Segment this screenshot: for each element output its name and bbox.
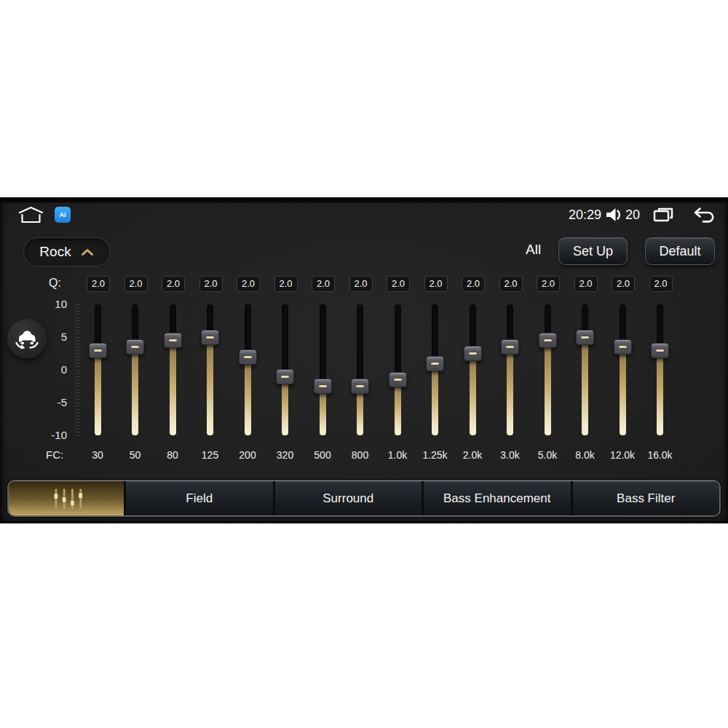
eq-slider-handle[interactable] (239, 349, 257, 365)
eq-slider-handle-mark (131, 346, 139, 348)
fc-frequency-label: 800 (341, 449, 380, 461)
gain-scale-tick (75, 416, 80, 416)
eq-band-slider (320, 304, 326, 435)
eq-slider-handle[interactable] (501, 339, 519, 355)
eq-band-slider (545, 304, 551, 435)
fc-frequency-label: 12.0k (603, 449, 642, 461)
eq-slider-handle[interactable] (576, 330, 594, 345)
eq-slider-handle[interactable] (614, 339, 632, 355)
status-bar: Ai 20:29 20 (17, 205, 715, 224)
home-button[interactable] (17, 206, 44, 223)
gain-scale-tick (75, 435, 80, 436)
bottom-tab-bar: FieldSurroundBass EnhancementBass Filter (7, 480, 721, 517)
gain-scale-tick (75, 333, 80, 334)
eq-slider-fill (470, 354, 476, 436)
eq-slider-handle[interactable] (201, 330, 219, 345)
q-value-chip[interactable]: 2.0 (612, 276, 635, 292)
gain-scale-tick (75, 392, 80, 393)
volume-level: 20 (625, 207, 640, 223)
car-surround-button[interactable] (7, 319, 47, 358)
q-value-chip[interactable]: 2.0 (537, 276, 560, 292)
eq-slider-handle[interactable] (164, 333, 182, 348)
fc-frequency-label: 3.0k (491, 449, 530, 461)
gain-scale-label: 10 (36, 298, 67, 311)
equalizer-sliders-icon (49, 488, 84, 510)
q-value-chip[interactable]: 2.0 (499, 276, 523, 292)
eq-slider-handle-mark (469, 352, 477, 355)
eq-band-slider (357, 304, 363, 435)
gain-scale-tick (75, 307, 80, 308)
eq-slider-handle-mark (656, 349, 664, 352)
gain-scale-tick (75, 412, 80, 413)
home-icon (17, 206, 44, 223)
eq-slider-fill (282, 376, 288, 435)
eq-band-slider (245, 304, 251, 435)
all-button[interactable]: All (526, 242, 541, 258)
eq-slider-handle[interactable] (276, 369, 294, 384)
q-value-chip[interactable]: 2.0 (87, 276, 110, 292)
recent-apps-icon (653, 207, 673, 223)
car-surround-icon (12, 325, 41, 352)
eq-slider-handle[interactable] (426, 356, 444, 371)
q-value-chip[interactable]: 2.0 (387, 276, 410, 292)
gain-scale-tick (75, 422, 80, 423)
gain-scale-tick (75, 403, 80, 403)
gain-scale-tick (75, 344, 80, 344)
tab-equalizer[interactable] (9, 481, 124, 515)
q-value-chip[interactable]: 2.0 (649, 276, 673, 292)
default-button[interactable]: Default (645, 237, 715, 265)
q-value-chip[interactable]: 2.0 (462, 276, 485, 292)
q-value-chip[interactable]: 2.0 (199, 276, 223, 292)
gain-scale-tick (75, 386, 80, 387)
fc-frequency-label: 2.0k (453, 449, 492, 461)
gain-scale-tick (75, 314, 80, 314)
eq-slider-handle-mark (281, 376, 289, 378)
volume-button[interactable] (605, 207, 622, 223)
eq-band-slider (170, 304, 176, 435)
fc-frequency-label: 125 (191, 449, 230, 461)
tab-bass-filter[interactable]: Bass Filter (573, 481, 720, 515)
q-value-chip[interactable]: 2.0 (162, 276, 185, 292)
back-button[interactable] (693, 206, 715, 223)
gain-scale-tick (75, 331, 80, 331)
gain-scale-tick (75, 389, 80, 390)
eq-slider-handle[interactable] (314, 379, 332, 394)
eq-slider-handle-mark (319, 385, 327, 387)
eq-slider-handle-mark (356, 385, 364, 387)
eq-slider-handle[interactable] (126, 339, 144, 355)
eq-slider-handle-mark (619, 346, 627, 348)
q-value-chip[interactable]: 2.0 (424, 276, 448, 292)
gain-scale-tick (75, 409, 80, 410)
gain-scale-tick (75, 357, 80, 357)
eq-slider-handle[interactable] (464, 346, 482, 361)
eq-band-slider (507, 304, 513, 435)
gain-scale-tick (75, 432, 80, 432)
gain-scale-tick (75, 370, 80, 371)
q-value-chip[interactable]: 2.0 (274, 276, 298, 292)
q-value-chip[interactable]: 2.0 (237, 276, 260, 292)
eq-slider-handle[interactable] (351, 379, 369, 394)
fc-frequency-label: 5.0k (528, 449, 567, 461)
eq-band-slider (95, 304, 101, 435)
eq-slider-handle[interactable] (651, 343, 669, 358)
q-row-label: Q: (49, 277, 61, 290)
recent-apps-button[interactable] (653, 207, 673, 223)
clock: 20:29 (569, 207, 601, 223)
eq-slider-handle[interactable] (539, 333, 557, 348)
gain-scale-tick (75, 353, 80, 354)
q-value-chip[interactable]: 2.0 (312, 276, 335, 292)
eq-slider-handle-mark (94, 349, 102, 352)
ai-assistant-button[interactable]: Ai (55, 207, 71, 223)
setup-button[interactable]: Set Up (558, 237, 628, 265)
q-value-chip[interactable]: 2.0 (349, 276, 373, 292)
q-value-chip[interactable]: 2.0 (574, 276, 598, 292)
tab-bass-enhancement[interactable]: Bass Enhancement (424, 481, 571, 515)
tab-surround[interactable]: Surround (275, 481, 422, 515)
q-value-chip[interactable]: 2.0 (124, 276, 148, 292)
eq-slider-fill (132, 347, 138, 436)
eq-slider-handle[interactable] (89, 343, 107, 358)
preset-selector[interactable]: Rock (23, 237, 110, 266)
eq-slider-handle[interactable] (389, 372, 407, 387)
eq-slider-fill (545, 341, 551, 436)
tab-field[interactable]: Field (126, 481, 273, 515)
